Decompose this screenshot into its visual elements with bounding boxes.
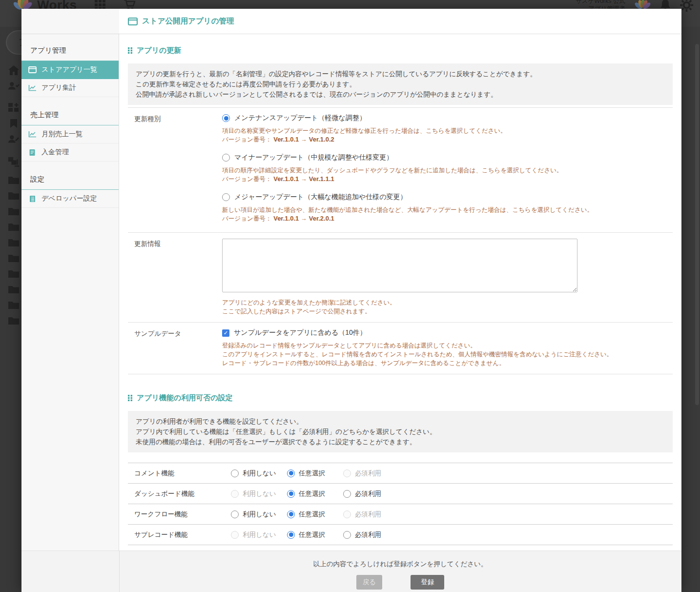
option-optional[interactable]: 任意選択 [287, 531, 343, 539]
update-type-row: 更新種別 メンテナンスアップデート（軽微な調整） 項目の名称変更やサンプルデータ… [128, 107, 673, 233]
features-info-box: アプリの利用者が利用できる機能を設定してください。 アプリ内で利用している機能は… [128, 411, 673, 452]
update-info-textarea[interactable] [222, 239, 577, 292]
folder-icon[interactable] [8, 285, 20, 294]
option-optional[interactable]: 任意選択 [287, 490, 343, 498]
bookmark-icon[interactable] [8, 119, 20, 128]
sidebar-item-monthly-sales[interactable]: 月別売上一覧 [21, 125, 119, 143]
sidebar-item-developer-settings[interactable]: デベロッパー設定 [21, 190, 119, 208]
feature-row-dashboard: ダッシュボード機能 利用しない 任意選択 必須利用 [128, 484, 673, 504]
sample-data-label: サンプルデータ [134, 328, 222, 367]
update-option-major: メジャーアップデート（大幅な機能追加や仕様の変更） 新しい項目が追加した場合や、… [222, 193, 673, 223]
radio-icon[interactable] [287, 531, 295, 539]
update-type-label: 更新種別 [134, 114, 222, 226]
option-help-text: 項目の名称変更やサンプルデータの修正など軽微な修正を行った場合は、こちらを選択し… [222, 126, 673, 135]
sidebar-item-store-app-list[interactable]: ストアアプリ一覧 [21, 61, 119, 79]
option-no-use[interactable]: 利用しない [231, 490, 287, 498]
section-title-feature-settings: アプリ機能の利用可否の設定 [128, 393, 673, 403]
section-title-app-update: アプリの更新 [128, 46, 673, 55]
folder-icon[interactable] [8, 316, 20, 325]
update-info-label: 更新情報 [134, 239, 222, 316]
user-name: サスケWorks 公式 [576, 0, 625, 5]
radio-icon[interactable] [287, 470, 295, 477]
chart-icon [28, 84, 37, 91]
radio-icon[interactable] [231, 490, 239, 498]
footer-message: 以上の内容でよろしければ登録ボタンを押してください。 [119, 560, 681, 569]
checkbox-icon[interactable]: ✓ [222, 329, 229, 337]
radio-icon[interactable] [287, 490, 295, 498]
sidebar-group-app: アプリ管理 [21, 46, 119, 61]
background-left-rail [0, 27, 21, 592]
version-line: バージョン番号：Ver.1.0.1→Ver.2.0.1 [222, 215, 673, 223]
feature-row-comment: コメント機能 利用しない 任意選択 必須利用 [128, 463, 673, 484]
feature-row-workflow: ワークフロー機能 利用しない 任意選択 必須利用 [128, 504, 673, 525]
radio-icon[interactable] [343, 470, 351, 477]
submit-button[interactable]: 登録 [411, 575, 444, 590]
gear-icon[interactable] [680, 0, 693, 12]
radio-icon[interactable] [343, 531, 351, 539]
folder-icon[interactable] [8, 176, 20, 184]
sample-data-row: サンプルデータ ✓ サンプルデータをアプリに含める（10件） 登録済みのレコード… [128, 323, 673, 374]
user-check-icon[interactable] [8, 82, 20, 90]
folder-icon[interactable] [8, 191, 20, 200]
sidebar-item-label: ストアアプリ一覧 [41, 65, 97, 74]
radio-icon[interactable] [222, 114, 230, 122]
option-help-text: 新しい項目が追加した場合や、新たな機能が追加された場合など、大幅なアップデートを… [222, 205, 673, 214]
sample-data-checkbox-label: サンプルデータをアプリに含める（10件） [234, 328, 367, 337]
folder-icon[interactable] [8, 269, 20, 278]
option-required[interactable]: 必須利用 [343, 490, 399, 498]
option-no-use[interactable]: 利用しない [231, 469, 287, 478]
folder-icon[interactable] [8, 207, 20, 216]
radio-icon[interactable] [231, 470, 239, 477]
update-option-maintenance: メンテナンスアップデート（軽微な調整） 項目の名称変更やサンプルデータの修正など… [222, 114, 673, 144]
version-line: バージョン番号：Ver.1.0.1→Ver.1.0.2 [222, 136, 673, 144]
list-doc-icon [28, 195, 37, 203]
radio-icon[interactable] [343, 510, 351, 518]
sidebar-item-payment[interactable]: 入金管理 [21, 143, 119, 162]
sample-data-help: 登録済みのレコード情報をサンプルデータとしてアプリに含める場合は選択してください… [222, 341, 673, 367]
folder-icon[interactable] [8, 301, 20, 309]
user-edit-icon[interactable] [8, 135, 20, 143]
modal-header: ストア公開用アプリの管理 [21, 9, 681, 34]
sidebar-item-label: 月別売上一覧 [41, 130, 82, 139]
sidebar-item-label: 入金管理 [41, 148, 69, 157]
option-required[interactable]: 必須利用 [343, 531, 399, 539]
sidebar-group-settings: 設定 [21, 175, 119, 190]
sidebar-group-sales: 売上管理 [21, 110, 119, 125]
option-required[interactable]: 必須利用 [343, 510, 399, 519]
folder-icon[interactable] [8, 223, 20, 231]
feature-row-subrecord: サブレコード機能 利用しない 任意選択 必須利用 [128, 525, 673, 545]
radio-icon[interactable] [343, 490, 351, 498]
modal-content: アプリの更新 アプリの更新を行うと、最新の「名刺管理」の設定内容やレコード情報等… [119, 34, 681, 592]
sidebar-item-label: デベロッパー設定 [41, 194, 97, 203]
radio-icon[interactable] [287, 510, 295, 518]
radio-icon[interactable] [222, 154, 230, 162]
option-required[interactable]: 必須利用 [343, 469, 399, 478]
version-line: バージョン番号：Ver.1.0.1→Ver.1.1.1 [222, 175, 673, 184]
sample-data-checkbox-row: ✓ サンプルデータをアプリに含める（10件） [222, 328, 673, 337]
sidebar-item-app-stats[interactable]: アプリ集計 [21, 79, 119, 97]
back-button[interactable]: 戻る [356, 575, 382, 590]
option-optional[interactable]: 任意選択 [287, 510, 343, 519]
page-scrollbar[interactable] [695, 44, 699, 405]
app-add-icon[interactable] [8, 102, 20, 112]
home-icon[interactable] [8, 65, 20, 76]
grid-dots-icon [128, 395, 132, 401]
option-no-use[interactable]: 利用しない [231, 531, 287, 539]
update-info-help: アプリにどのような変更を加えたか簡潔に記述してください。 ここで記入した内容はス… [222, 298, 673, 316]
category-boxes-icon[interactable] [8, 156, 20, 168]
folder-icon[interactable] [8, 238, 20, 247]
store-app-management-modal: ストア公開用アプリの管理 アプリ管理 ストアアプリ一覧 アプリ集計 [21, 9, 681, 592]
radio-icon[interactable] [231, 531, 239, 539]
receipt-icon [28, 149, 37, 156]
modal-title: ストア公開用アプリの管理 [142, 16, 234, 26]
chart-icon [28, 131, 37, 138]
radio-icon[interactable] [231, 510, 239, 518]
update-info-row: 更新情報 アプリにどのような変更を加えたか簡潔に記述してください。 ここで記入し… [128, 233, 673, 323]
window-icon [28, 66, 37, 73]
option-optional[interactable]: 任意選択 [287, 469, 343, 478]
grid-dots-icon [128, 47, 132, 54]
radio-icon[interactable] [222, 193, 230, 201]
modal-footer: 以上の内容でよろしければ登録ボタンを押してください。 戻る 登録 [21, 551, 681, 592]
option-no-use[interactable]: 利用しない [231, 510, 287, 519]
folder-icon[interactable] [8, 254, 20, 263]
